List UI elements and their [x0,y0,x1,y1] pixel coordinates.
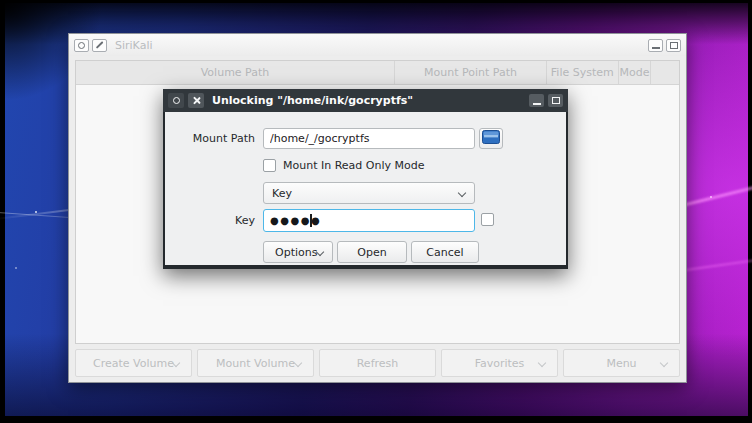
dialog-button[interactable]: Open [337,241,407,263]
footer-button[interactable]: Refresh [319,349,436,377]
key-type-value: Key [272,187,459,200]
minimize-icon [652,47,660,49]
dialog-button-label: Cancel [426,246,463,259]
main-titlebar[interactable]: SiriKali [69,34,686,56]
key-input[interactable] [263,209,475,232]
close-button[interactable] [188,93,204,108]
key-field-wrapper [263,209,475,232]
footer-button-label: Refresh [357,357,399,370]
chevron-down-icon [459,190,466,197]
column-header[interactable]: Mount Point Path [395,61,547,84]
dialog-menu-button[interactable] [168,93,184,108]
minimize-icon [533,103,541,105]
dialog-button-label: Options [275,246,317,259]
footer-toolbar: Create Volume Mount Volume Refresh Favor… [75,349,680,377]
shade-button[interactable] [92,39,107,52]
window-title: SiriKali [115,39,645,52]
footer-button[interactable]: Mount Volume [197,349,314,377]
column-header-label: File System [551,66,614,79]
column-header[interactable]: Mode [619,61,652,84]
mount-path-input[interactable] [263,128,475,149]
minimize-button[interactable] [648,39,663,52]
chevron-down-icon [661,360,668,367]
unlock-dialog: Unlocking "/home/ink/gocryptfs" Mount Pa… [163,89,568,269]
footer-button[interactable]: Create Volume [75,349,192,377]
footer-button-label: Menu [606,357,636,370]
show-key-checkbox[interactable] [481,213,494,226]
footer-button-label: Mount Volume [216,357,295,370]
table-header: Volume Path Mount Point Path File System… [76,61,679,85]
desktop: SiriKali Volume Path Mount Point Path Fi… [0,0,752,423]
folder-icon [482,130,500,147]
footer-button[interactable]: Menu [563,349,680,377]
read-only-checkbox[interactable] [263,159,276,172]
close-icon [192,96,201,105]
key-label: Key [175,210,255,231]
chevron-down-icon [295,360,302,367]
star-dots [35,211,37,213]
dialog-button[interactable]: Options [263,241,333,263]
dialog-minimize-button[interactable] [529,94,544,107]
chevron-down-icon [173,360,180,367]
key-type-select[interactable]: Key [263,182,475,204]
maximize-icon [552,97,560,104]
dialog-button[interactable]: Cancel [411,241,479,263]
column-header-label: Mode [619,66,649,79]
column-header[interactable]: Volume Path [76,61,395,84]
dialog-maximize-button[interactable] [548,94,563,107]
dialog-titlebar[interactable]: Unlocking "/home/ink/gocryptfs" [163,89,568,112]
column-header-label: Volume Path [201,66,270,79]
text-caret [310,214,312,227]
footer-button-label: Favorites [475,357,525,370]
dialog-title: Unlocking "/home/ink/gocryptfs" [212,94,525,107]
window-menu-button[interactable] [74,39,89,52]
circle-icon [173,97,180,104]
column-header[interactable]: File System [547,61,619,84]
mount-path-label: Mount Path [175,128,255,149]
chevron-down-icon [317,249,323,256]
circle-icon [78,42,85,49]
read-only-label: Mount In Read Only Mode [283,158,425,173]
column-header-label: Mount Point Path [424,66,517,79]
maximize-icon [670,42,678,49]
footer-button-label: Create Volume [93,357,174,370]
dialog-content: Mount Path Mount In Read Only Mode Key K… [165,112,566,265]
chevron-down-icon [539,360,546,367]
dialog-buttons: Options Open Cancel [263,241,479,263]
footer-button[interactable]: Favorites [441,349,558,377]
dialog-button-label: Open [357,246,386,259]
pencil-icon [96,41,103,48]
maximize-button[interactable] [666,39,681,52]
browse-button[interactable] [479,128,503,149]
